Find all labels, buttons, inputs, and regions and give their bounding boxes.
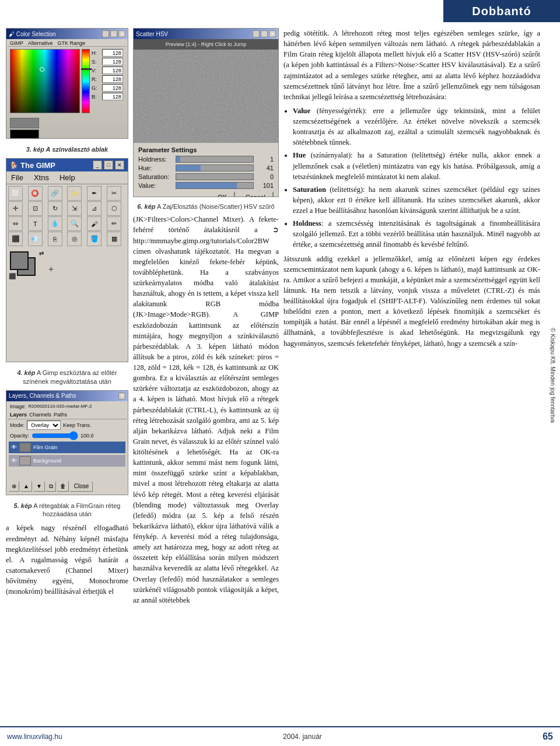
raise-layer-button[interactable]: ▲ — [20, 481, 32, 492]
tool-magnify[interactable]: 🔍 — [67, 216, 82, 231]
footer-date: 2004. január — [283, 733, 322, 741]
fig6-min[interactable]: _ — [253, 30, 260, 37]
fig6-max[interactable]: □ — [261, 30, 268, 37]
tool-paint[interactable]: 🖌 — [87, 216, 102, 231]
color-preview-boxes — [8, 118, 127, 139]
copyright-area: © Kiskapu Kft. Minden jog fenntartva — [546, 28, 559, 723]
cf-v-row: V: — [92, 66, 123, 74]
tool-scale[interactable]: ⇲ — [67, 201, 82, 216]
gimp-help-menu[interactable]: Help — [57, 172, 78, 183]
tool-perspective[interactable]: ⬡ — [107, 201, 121, 216]
tool-eraser[interactable]: ⬛ — [8, 232, 23, 246]
reset-colors-icon[interactable]: ⬛ — [9, 273, 16, 279]
tool-shear[interactable]: ⊿ — [87, 201, 102, 216]
param-value-value: 101 — [256, 182, 274, 189]
footer-page: 65 — [542, 731, 553, 742]
lower-layer-button[interactable]: ▼ — [33, 481, 45, 492]
scatter-ok-button[interactable]: OK — [209, 191, 235, 197]
tool-bezier[interactable]: ✒ — [87, 186, 102, 201]
tool-convolve[interactable]: ◎ — [67, 232, 82, 246]
hue-saturation-picker[interactable] — [10, 49, 80, 113]
delete-layer-button[interactable]: 🗑 — [57, 481, 69, 492]
layers-tab-paths[interactable]: Paths — [54, 412, 67, 418]
param-value-slider[interactable] — [176, 182, 254, 189]
gimp-win-controls: _ □ ✕ — [93, 160, 124, 170]
bullet-saturation-text: (telítettség): ha nem akarunk színes sze… — [293, 185, 540, 215]
layer-visibility-icon-bg[interactable]: 👁 — [11, 457, 17, 464]
cf-g-input[interactable] — [102, 84, 123, 92]
tool-bucket[interactable]: 🪣 — [87, 232, 102, 246]
close-layers-button[interactable]: Close — [70, 481, 93, 492]
cf-b-label: B: — [92, 94, 101, 100]
param-hue-row: Hue: 41 — [138, 164, 274, 171]
fig3-close[interactable]: ✕ — [118, 30, 125, 37]
left-body-text: a képek nagy részénél elfogadható eredmé… — [6, 523, 128, 600]
param-holdness-slider[interactable] — [176, 156, 254, 163]
new-layer-button[interactable]: ⊕ — [9, 481, 19, 492]
gimp-min[interactable]: _ — [93, 160, 102, 170]
fig6-close[interactable]: ✕ — [269, 30, 276, 37]
right-body-text: pedig sötétítik. A létrehozott réteg mos… — [284, 28, 540, 349]
mid-para1: (JK>Filters>Colors>Channel Mixer). A fek… — [133, 214, 279, 605]
layers-tab-channels[interactable]: Channels — [29, 412, 51, 418]
tool-fuzzy-select[interactable]: ✨ — [67, 186, 82, 201]
tool-clone[interactable]: ⎘ — [48, 232, 62, 246]
layers-opacity-slider[interactable] — [32, 432, 78, 439]
fig4-frame: 🐕 The GIMP _ □ ✕ File Xtns Help ⬜ ⭕ 🔗 ✨ … — [6, 158, 128, 362]
tool-gradient[interactable]: ▦ — [107, 232, 121, 246]
layer-item-filmgrain[interactable]: 👁 Film Grain — [9, 442, 125, 453]
bullet-hue-text: (színárnyalat): ha a Saturation (telítet… — [293, 151, 540, 180]
layers-mode-select[interactable]: Overlay Normal Multiply — [27, 421, 61, 430]
fig6-titlebar: Scatter HSV _ □ ✕ — [134, 29, 278, 39]
tool-ellipse-select[interactable]: ⭕ — [28, 186, 43, 201]
cf-s-input[interactable] — [102, 58, 123, 65]
fig3-max[interactable]: □ — [110, 30, 117, 37]
tool-move[interactable]: ✛ — [8, 201, 23, 216]
fig3-min[interactable]: _ — [102, 30, 109, 37]
tool-rotate[interactable]: ↻ — [48, 201, 62, 216]
tool-airbrush[interactable]: 💨 — [28, 232, 43, 246]
foreground-color-swatch[interactable] — [10, 251, 29, 270]
scatter-cancel-button[interactable]: Cancel — [237, 191, 274, 197]
gimp-close[interactable]: ✕ — [115, 160, 124, 170]
tool-text[interactable]: T — [28, 216, 43, 231]
cf-g-label: G: — [92, 85, 101, 91]
cf-r-input[interactable] — [102, 75, 123, 83]
cf-v-input[interactable] — [102, 66, 123, 74]
intro-para: a képek nagy részénél elfogadható eredmé… — [6, 523, 128, 597]
bullet-hue: Hue (színárnyalat): ha a Saturation (tel… — [293, 150, 540, 181]
cf-h-input[interactable] — [102, 49, 123, 57]
tool-lasso[interactable]: 🔗 — [48, 186, 62, 201]
swap-colors-icon[interactable]: ⇄ — [39, 250, 44, 257]
tool-colorpicker[interactable]: 💧 — [48, 216, 62, 231]
tool-flip[interactable]: ⇔ — [8, 216, 23, 231]
bullet-saturation: Saturation (telítettség): ha nem akarunk… — [293, 184, 540, 216]
layer-visibility-icon[interactable]: 👁 — [11, 444, 17, 450]
hue-bar[interactable] — [82, 49, 90, 113]
tool-scissors[interactable]: ✂ — [107, 186, 121, 201]
param-hue-slider[interactable] — [176, 164, 254, 171]
layers-file-row: Image: R200020110-020-martar-MF-2 — [8, 402, 127, 411]
new-color-preview — [10, 118, 39, 128]
gimp-xtns-menu[interactable]: Xtns — [32, 172, 51, 183]
gimp-file-menu[interactable]: File — [9, 172, 26, 183]
bullet-value-title: Value — [293, 107, 310, 115]
cf-b-input[interactable] — [102, 93, 123, 100]
tool-crop[interactable]: ⊡ — [28, 201, 43, 216]
scatter-preview-area[interactable] — [134, 50, 278, 143]
gimp-max[interactable]: □ — [104, 160, 113, 170]
layers-tab-layers[interactable]: Layers — [10, 412, 27, 418]
fig3-titlebar: 🖌 Color Selection _ □ ✕ — [6, 29, 128, 39]
fig3-gradient-area: H: S: V: R: — [8, 47, 127, 115]
layer-thumbnail — [19, 443, 31, 452]
tool-rect-select[interactable]: ⬜ — [8, 186, 23, 201]
tool-pencil[interactable]: ✏ — [107, 216, 121, 231]
param-saturation-slider[interactable] — [176, 173, 254, 180]
cf-h-row: H: — [92, 49, 123, 57]
fig5-close[interactable]: ✕ — [118, 393, 125, 400]
gimp-title: The GIMP — [20, 161, 55, 170]
color-swatch-area: ⇄ ⬛ — [9, 250, 44, 279]
layer-item-background[interactable]: 👁 Background — [9, 455, 125, 467]
duplicate-layer-button[interactable]: ⧉ — [46, 481, 56, 492]
gimp-toolbox: ⬜ ⭕ 🔗 ✨ ✒ ✂ ✛ ⊡ ↻ ⇲ ⊿ ⬡ ⇔ T 💧 🔍 🖌 ✏ ⬛ 💨 — [6, 184, 128, 248]
